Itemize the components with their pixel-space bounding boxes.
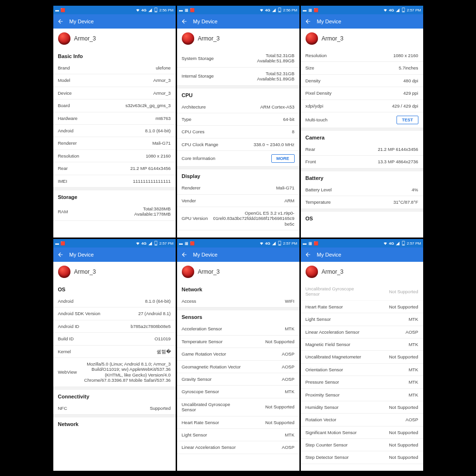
battery-icon xyxy=(401,8,406,12)
scroll-content[interactable]: Armor_3 System StorageTotal:52.31GBAvail… xyxy=(177,29,299,238)
row-value: 31°C/87.8°F xyxy=(394,199,418,205)
info-row: Kernel쉛핾� xyxy=(53,346,176,358)
back-button[interactable] xyxy=(181,18,188,25)
back-button[interactable] xyxy=(57,18,64,25)
info-row: Build IDO11019 xyxy=(53,333,176,345)
row-label: CPU Clock Range xyxy=(182,142,218,147)
row-label: Renderer xyxy=(182,185,201,190)
scroll-content[interactable]: Armor_3 Uncalibrated Gyroscope SensorNot… xyxy=(301,262,423,471)
info-row: Pixel Density429 ppi xyxy=(301,87,423,99)
info-row: Linear Acceleration SensorAOSP xyxy=(177,441,299,454)
row-value: 429 ppi xyxy=(403,90,418,96)
wifi-icon xyxy=(259,241,264,246)
status-time: 2:57 PM xyxy=(407,8,421,12)
row-value: Mali-G71 xyxy=(152,140,171,146)
more-button[interactable]: MORE xyxy=(271,154,295,163)
row-value: Not Supported xyxy=(389,405,418,410)
info-row: RAMTotal:3828MBAvailable:1778MB xyxy=(53,203,176,221)
row-value: Total:52.31GBAvailable:51.89GB xyxy=(257,71,295,82)
info-row: Density480 dpi xyxy=(301,75,423,87)
row-label: Board xyxy=(58,103,70,108)
info-row: Rear21.2 MP 6144x3456 xyxy=(301,143,423,156)
row-value: 480 dpi xyxy=(403,78,418,83)
row-label: Heart Rate Sensor xyxy=(306,304,343,309)
info-row: Brandulefone xyxy=(53,62,176,74)
svg-rect-7 xyxy=(403,8,404,8)
scroll-content[interactable]: Armor_3 Resolution1080 x 2160 Size5.7inc… xyxy=(301,29,423,238)
row-value: 쉛핾� xyxy=(157,349,171,354)
status-icon: 🟥 xyxy=(61,8,65,12)
row-label: Gyroscope Sensor xyxy=(182,389,219,394)
row-value: Not Supported xyxy=(265,404,294,409)
info-row: Heart Rate SensorNot Supported xyxy=(301,301,423,313)
section-title: Sensors xyxy=(177,310,299,323)
row-label: Rotation Vector xyxy=(306,417,337,422)
row-value: 1080 x 2160 xyxy=(393,53,418,58)
appbar-title: My Device xyxy=(69,19,94,24)
info-row: NFCSupported xyxy=(53,402,176,415)
info-row: Resolution1080 x 2160 xyxy=(301,50,423,62)
phone-screen-1: ▬🟥 4G 2:56 PM My Device Armor_3 Basic In… xyxy=(53,6,176,238)
row-value: Supported xyxy=(150,406,171,411)
row-value: AOSP xyxy=(282,377,294,382)
app-logo-icon xyxy=(306,266,318,278)
back-button[interactable] xyxy=(305,251,311,258)
test-button[interactable]: TEST xyxy=(397,116,418,124)
info-row: Front13.3 MP 4864x2736 xyxy=(301,156,423,168)
row-value: MTK xyxy=(285,389,294,394)
device-name: Armor_3 xyxy=(322,268,344,275)
svg-rect-5 xyxy=(278,11,280,12)
row-value: 429 / 429 dpi xyxy=(392,103,418,109)
row-label: Brand xyxy=(58,65,70,70)
scroll-content[interactable]: Armor_3 OS Android8.1.0 (64-bit) Android… xyxy=(53,262,176,471)
back-button[interactable] xyxy=(57,251,64,258)
row-label: CPU Cores xyxy=(182,129,205,134)
section-title: Basic Info xyxy=(53,50,176,62)
row-label: Temperature xyxy=(306,199,331,205)
row-label: NFC xyxy=(58,406,68,411)
row-value: Armor_3 xyxy=(153,78,170,83)
status-icon: ▦ xyxy=(308,8,313,12)
svg-rect-17 xyxy=(402,245,404,245)
back-button[interactable] xyxy=(181,251,188,258)
app-bar: My Device xyxy=(53,248,176,262)
row-value: Not Supported xyxy=(389,304,418,309)
row-label: xdpi/ydpi xyxy=(306,103,324,109)
row-label: Density xyxy=(306,78,321,83)
scroll-content[interactable]: Armor_3 Basic Info Brandulefone ModelArm… xyxy=(53,29,176,238)
status-time: 2:57 PM xyxy=(407,241,421,246)
wifi-icon xyxy=(383,8,387,12)
row-label: Humidity Sensor xyxy=(306,405,339,410)
device-header: Armor_3 xyxy=(177,262,299,283)
info-row: Android IDb785a2c7808b08e5 xyxy=(53,320,176,333)
row-label: Heart Rate Sensor xyxy=(182,420,219,425)
status-icon: ▬ xyxy=(303,8,307,12)
row-value: Not Supported xyxy=(265,420,294,425)
app-logo-icon xyxy=(58,32,70,45)
row-label: Pressure Sensor xyxy=(306,379,339,385)
row-label: IMEI xyxy=(58,178,68,184)
svg-rect-11 xyxy=(155,245,157,245)
row-label: Kernel xyxy=(58,349,71,354)
network-label: 4G xyxy=(389,241,394,246)
section-title: OS xyxy=(53,283,176,295)
scroll-content[interactable]: Armor_3 Network AccessWIFISensors Accele… xyxy=(177,262,299,471)
section-title: Network xyxy=(53,417,176,430)
row-label: Light Sensor xyxy=(182,432,207,437)
battery-icon xyxy=(401,241,406,246)
device-header: Armor_3 xyxy=(301,262,423,283)
app-logo-icon xyxy=(306,32,318,45)
row-value: MTK xyxy=(408,379,418,385)
battery-icon xyxy=(278,241,282,246)
row-label: Rear xyxy=(306,147,316,152)
row-value: ARM Cortex-A53 xyxy=(260,104,295,109)
device-header: Armor_3 xyxy=(177,29,299,50)
back-button[interactable] xyxy=(305,18,311,25)
info-row: System StorageTotal:52.31GBAvailable:51.… xyxy=(177,50,299,68)
wifi-icon xyxy=(259,8,264,12)
row-value: 1080 x 2160 xyxy=(146,153,170,159)
status-time: 2:56 PM xyxy=(159,8,174,12)
row-value: MTK xyxy=(285,326,294,331)
row-value: OpenGL ES 3.2 v1.r9p0-01rel0.83a3bc72fdd… xyxy=(211,210,294,227)
device-name: Armor_3 xyxy=(198,268,220,275)
